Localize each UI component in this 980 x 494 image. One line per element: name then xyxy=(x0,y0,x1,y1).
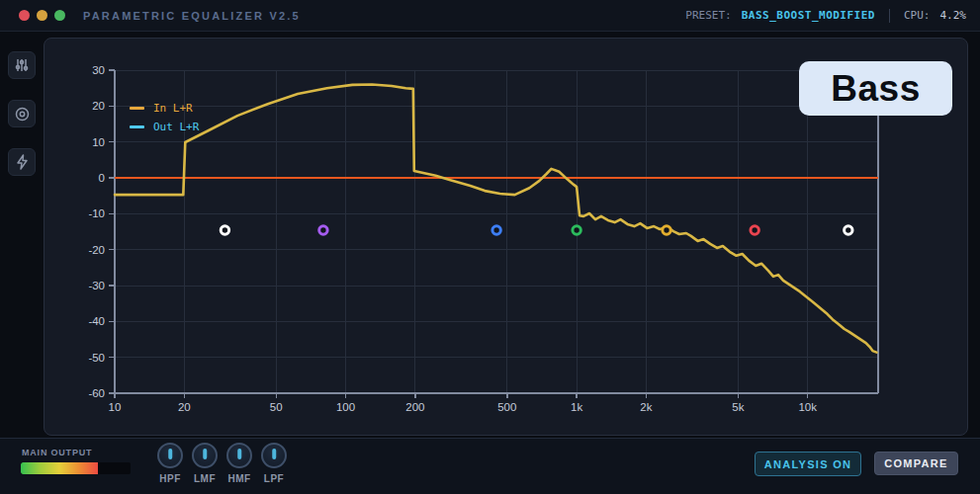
lpf-knob-dial[interactable] xyxy=(261,443,287,468)
y-tick-label: -30 xyxy=(88,280,105,291)
cpu-label: CPU: xyxy=(904,9,931,22)
knob-indicator xyxy=(237,449,241,459)
hmf-knob-label: HMF xyxy=(227,473,250,484)
knob-indicator xyxy=(203,449,207,459)
y-tick-label: -20 xyxy=(88,244,105,256)
band-handle[interactable] xyxy=(663,226,670,234)
sidebar-button-view[interactable] xyxy=(8,100,36,127)
sidebar-button-eq[interactable] xyxy=(8,51,36,79)
hpf-knob-label: HPF xyxy=(159,473,181,484)
eq-curve xyxy=(115,85,877,353)
hmf-knob-dial[interactable] xyxy=(226,443,252,468)
knob-indicator xyxy=(272,449,276,459)
band-handle[interactable] xyxy=(573,226,580,234)
output-meter xyxy=(21,462,131,474)
chart-legend: In L+R Out L+R xyxy=(130,99,199,136)
y-tick-label: -50 xyxy=(88,352,105,364)
legend-item-in: In L+R xyxy=(130,99,199,118)
band-handle[interactable] xyxy=(319,226,327,234)
x-tick-label: 1k xyxy=(571,401,582,413)
lightning-icon xyxy=(15,154,30,170)
maximize-window-button[interactable] xyxy=(54,10,65,21)
lmf-knob-label: LMF xyxy=(194,473,216,484)
close-window-button[interactable] xyxy=(19,10,30,21)
app-title: PARAMETRIC EQUALIZER V2.5 xyxy=(83,10,301,22)
x-tick-label: 5k xyxy=(732,401,744,413)
window-controls xyxy=(19,10,65,21)
output-meter-fill xyxy=(21,462,98,474)
preset-value[interactable]: BASS_BOOST_MODIFIED xyxy=(742,9,875,22)
knob-lmf[interactable]: LMF xyxy=(188,443,222,484)
x-tick-label: 2k xyxy=(640,401,652,413)
y-tick-label: -10 xyxy=(88,207,105,219)
x-tick-label: 20 xyxy=(178,401,191,413)
x-tick-label: 500 xyxy=(497,401,516,413)
x-tick-label: 100 xyxy=(336,401,355,413)
titlebar-divider xyxy=(889,9,890,23)
hpf-knob-dial[interactable] xyxy=(157,443,183,468)
footer-bar: MAIN OUTPUT HPF LMF HMF LPF ANALYSIS ON … xyxy=(0,438,980,494)
eq-sliders-icon xyxy=(14,57,30,73)
minimize-window-button[interactable] xyxy=(37,10,47,21)
band-handle[interactable] xyxy=(492,226,500,234)
knob-indicator xyxy=(168,449,172,459)
lpf-knob-label: LPF xyxy=(264,473,284,484)
x-tick-label: 10 xyxy=(109,401,122,413)
band-name-chip: Bass xyxy=(799,61,952,116)
lmf-knob-dial[interactable] xyxy=(192,443,218,468)
legend-item-out: Out L+R xyxy=(130,118,199,136)
knob-lpf[interactable]: LPF xyxy=(257,443,291,484)
y-tick-label: 20 xyxy=(92,100,105,112)
out-series-label: Out L+R xyxy=(153,121,199,133)
in-series-swatch xyxy=(130,107,144,110)
y-tick-label: -60 xyxy=(88,387,105,399)
y-tick-label: 0 xyxy=(99,172,105,184)
out-series-swatch xyxy=(130,125,144,128)
cpu-value: 4.2% xyxy=(940,9,967,22)
y-tick-label: 10 xyxy=(92,136,105,148)
title-bar: PARAMETRIC EQUALIZER V2.5 PRESET: BASS_B… xyxy=(0,0,980,32)
in-series-label: In L+R xyxy=(153,102,193,115)
eye-icon xyxy=(14,106,31,123)
x-tick-label: 10k xyxy=(798,401,817,413)
preset-label: PRESET: xyxy=(685,9,731,22)
band-handle[interactable] xyxy=(221,226,228,234)
y-tick-label: 30 xyxy=(92,64,105,76)
main-output-label: MAIN OUTPUT xyxy=(22,448,92,457)
x-tick-label: 200 xyxy=(405,401,424,413)
compare-button[interactable]: COMPARE xyxy=(874,452,958,475)
knob-hpf[interactable]: HPF xyxy=(153,443,187,484)
y-tick-label: -40 xyxy=(88,315,105,327)
band-handle[interactable] xyxy=(845,226,852,234)
band-handle[interactable] xyxy=(751,226,758,234)
x-tick-label: 50 xyxy=(270,401,283,413)
analysis-toggle-button[interactable]: ANALYSIS ON xyxy=(755,452,861,476)
sidebar-button-power[interactable] xyxy=(8,148,36,176)
knob-hmf[interactable]: HMF xyxy=(223,443,256,484)
